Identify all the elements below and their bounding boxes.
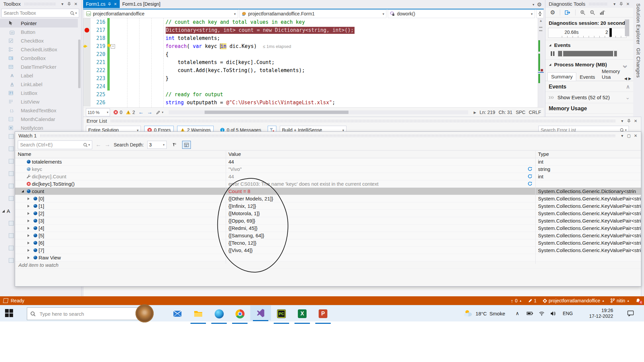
taskbar-search-input[interactable] bbox=[39, 311, 140, 317]
export-icon[interactable] bbox=[565, 10, 571, 15]
taskbar-app-visual-studio[interactable] bbox=[250, 305, 271, 320]
gear-icon[interactable]: ⚙ bbox=[550, 9, 555, 16]
avatar[interactable] bbox=[136, 304, 154, 322]
search-icon[interactable]: ▾ bbox=[83, 143, 92, 147]
network-icon[interactable] bbox=[539, 305, 545, 321]
navigate-forward-icon[interactable]: → bbox=[147, 109, 153, 115]
toolbox-item-pointer[interactable]: Pointer bbox=[0, 19, 78, 27]
watch-row--5-[interactable]: [5]{[Samsung, 64]}System.Collections.Gen… bbox=[15, 232, 641, 239]
breakpoint-icon[interactable] bbox=[83, 26, 91, 34]
toolbox-item-checkedlistbox[interactable]: CheckedListBox bbox=[0, 45, 78, 54]
toolbox-item-label[interactable]: ALabel bbox=[0, 71, 78, 80]
toolbox-item-button[interactable]: abButton bbox=[0, 27, 78, 36]
breakpoint-margin[interactable] bbox=[83, 74, 91, 82]
format-specifier-toggle[interactable]: ab bbox=[182, 141, 191, 149]
collapse-toggle-icon[interactable] bbox=[20, 190, 25, 192]
notifications-bell-icon[interactable]: 4 bbox=[636, 298, 641, 303]
warning-count[interactable]: 2 bbox=[126, 110, 135, 115]
breakpoint-margin[interactable] bbox=[83, 90, 91, 99]
chevron-down-icon[interactable]: ▾ bbox=[619, 118, 626, 124]
editor-horizontal-scrollbar[interactable] bbox=[169, 110, 468, 114]
code-line-220[interactable]: 220 { bbox=[83, 50, 544, 58]
chevron-down-icon[interactable]: ⌄ bbox=[621, 62, 629, 67]
watch-row-dic-keyc-tostring-[interactable]: dic[keyc].ToString()error CS0103: The na… bbox=[15, 180, 641, 188]
pin-icon[interactable] bbox=[108, 2, 111, 6]
maximize-icon[interactable]: ▢ bbox=[626, 133, 632, 139]
refresh-icon[interactable] bbox=[528, 174, 532, 179]
code-line-224[interactable]: 224 bbox=[83, 82, 544, 90]
taskbar-app-edge[interactable] bbox=[209, 308, 229, 319]
pin-icon[interactable] bbox=[626, 118, 632, 124]
code-line-223[interactable]: 223 } bbox=[83, 74, 544, 82]
tab-scroll-arrows[interactable]: ◀▶ bbox=[624, 76, 633, 81]
type-dropdown[interactable]: projectforratlamandoffice.Form1 ▾ bbox=[239, 9, 387, 18]
breakpoint-margin[interactable] bbox=[83, 66, 91, 74]
toolbox-item-listview[interactable]: ListView bbox=[0, 97, 78, 106]
code-line-218[interactable]: 218 int totalelements; bbox=[83, 34, 544, 42]
language-indicator[interactable]: ENG bbox=[563, 305, 573, 321]
member-dropdown[interactable]: dowork() ▾ bbox=[388, 9, 535, 18]
editor-vertical-scrollbar[interactable]: ▲ bbox=[538, 18, 544, 107]
show-events-link[interactable]: Show Events (52 of 52) bbox=[557, 95, 610, 100]
drag-handle[interactable] bbox=[40, 134, 615, 137]
taskbar-app-file-explorer[interactable] bbox=[188, 308, 209, 319]
watch-row-totalelements[interactable]: totalelements44int bbox=[15, 158, 641, 166]
split-window-button[interactable] bbox=[536, 9, 544, 18]
weather-widget[interactable]: 18°C Smoke bbox=[464, 305, 505, 321]
diagnostics-tab-memory-usa[interactable]: Memory Usa bbox=[598, 67, 624, 81]
toolbox-item-maskedtextbox[interactable]: (.).MaskedTextBox bbox=[0, 106, 78, 115]
toolbox-item-linklabel[interactable]: ALinkLabel bbox=[0, 80, 78, 88]
column-name[interactable]: Name bbox=[15, 150, 228, 158]
chevron-down-icon[interactable]: ▾ bbox=[533, 3, 534, 6]
taskbar-search[interactable] bbox=[27, 307, 143, 320]
zoom-level-dropdown[interactable]: 110 %▾ bbox=[86, 108, 110, 116]
tab-solution-explorer[interactable]: Solution Explorer bbox=[636, 3, 641, 45]
scroll-right-icon[interactable]: ▶ bbox=[474, 111, 476, 114]
expand-toggle-icon[interactable] bbox=[26, 205, 32, 207]
action-center-icon[interactable] bbox=[627, 305, 634, 321]
watch-row--4-[interactable]: [4]{[Redmi, 45]}System.Collections.Gener… bbox=[15, 225, 641, 232]
watch-row-raw-view[interactable]: Raw View bbox=[15, 254, 641, 261]
watch-row--6-[interactable]: [6]{[Tecno, 12]}System.Collections.Gener… bbox=[15, 239, 641, 247]
add-watch-item-row[interactable]: Add item to watch bbox=[15, 261, 641, 269]
pending-edits-button[interactable]: 1 bbox=[528, 298, 537, 303]
chevron-down-icon[interactable]: ▾ bbox=[619, 133, 626, 139]
close-icon[interactable]: ✕ bbox=[114, 2, 117, 6]
chevron-down-icon[interactable]: ⌄ bbox=[626, 94, 630, 101]
toolbox-item-combobox[interactable]: ComboBox bbox=[0, 54, 78, 62]
toolbox-item-notifyicon[interactable]: NotifyIcon bbox=[0, 123, 78, 132]
scroll-up-icon[interactable]: ▲ bbox=[538, 18, 544, 22]
diagnostics-tab-summary[interactable]: Summary bbox=[547, 72, 576, 81]
expand-toggle-icon[interactable] bbox=[26, 227, 32, 230]
watch-row-keyc[interactable]: keyc"Vivo"string bbox=[15, 166, 641, 173]
close-icon[interactable]: ✕ bbox=[632, 118, 639, 124]
expand-toggle-icon[interactable] bbox=[26, 256, 32, 259]
diagnostics-timeline[interactable]: 20.68s 2 bbox=[548, 28, 627, 38]
navigate-back-icon[interactable]: ← bbox=[139, 109, 144, 115]
toolbox-search[interactable]: ▾ bbox=[1, 9, 79, 17]
toolbox-search-input[interactable] bbox=[2, 10, 70, 16]
watch-row-dic-keyc-count[interactable]: dic[keyc].Count44int bbox=[15, 173, 641, 180]
breakpoint-margin[interactable] bbox=[83, 18, 91, 26]
watch-row--1-[interactable]: [1]{[Infinix, 12]}System.Collections.Gen… bbox=[15, 202, 641, 210]
column-type[interactable]: Type bbox=[535, 150, 641, 158]
toolbox-category-header-partial[interactable]: A bbox=[2, 208, 15, 214]
repository-button[interactable]: projectforratlamandoffice▲ bbox=[543, 298, 605, 303]
branch-button[interactable]: nitin▲ bbox=[610, 298, 630, 303]
gear-icon[interactable]: ⚙ bbox=[537, 1, 542, 8]
tab-git-changes[interactable]: Git Changes bbox=[636, 48, 641, 78]
column-divider[interactable] bbox=[226, 151, 226, 264]
zoom-out-icon[interactable] bbox=[590, 10, 595, 15]
code-line-222[interactable]: 222 count.Add(keyc.ToString(), totalelem… bbox=[83, 66, 544, 74]
code-line-226[interactable]: 226 string outputpath = @"C:\Users\Publi… bbox=[83, 99, 544, 107]
events-lane-header[interactable]: Events bbox=[545, 40, 633, 49]
search-next-icon[interactable]: → bbox=[105, 141, 110, 148]
timeline-playhead[interactable] bbox=[609, 28, 612, 37]
expand-toggle-icon[interactable] bbox=[26, 249, 32, 252]
search-icon[interactable]: ▾ bbox=[70, 11, 79, 15]
diagnostics-scrollbar[interactable] bbox=[625, 19, 629, 36]
battery-icon[interactable] bbox=[527, 305, 533, 321]
expand-toggle-icon[interactable] bbox=[26, 212, 32, 215]
pin-icon[interactable] bbox=[66, 1, 72, 7]
toolbox-item-monthcalendar[interactable]: MonthCalendar bbox=[0, 115, 78, 123]
